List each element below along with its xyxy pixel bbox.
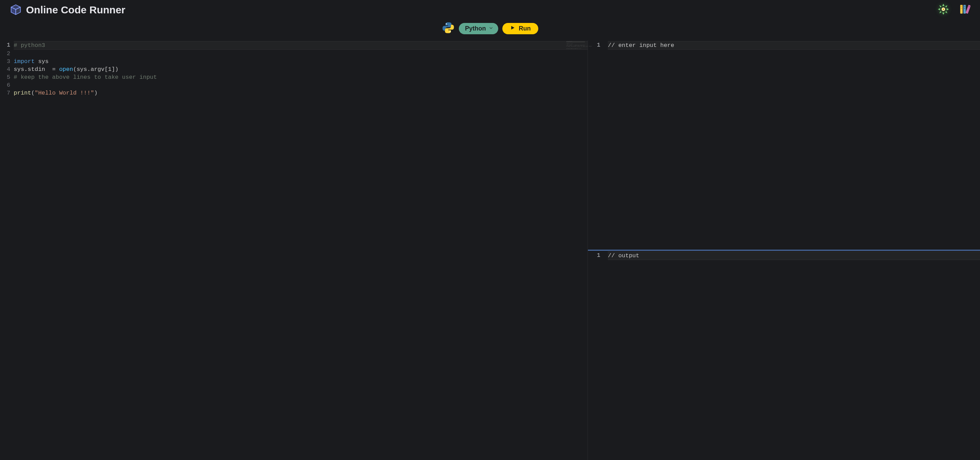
- chevron-down-icon: [488, 25, 493, 32]
- code-line: 4sys.stdin = open(sys.argv[1]): [0, 65, 588, 73]
- line-number: 1: [588, 41, 608, 50]
- code-line: 1# python3: [0, 41, 588, 50]
- line-content: # python3: [14, 41, 588, 50]
- logo-cube-icon: [10, 4, 22, 16]
- code-line: 3import sys: [0, 57, 588, 65]
- brand: Online Code Runner: [10, 4, 125, 16]
- code-line: 7print("Hello World !!!"): [0, 89, 588, 97]
- line-content: // enter input here: [608, 41, 980, 50]
- palette-icon[interactable]: [959, 3, 970, 16]
- line-number: 3: [0, 57, 14, 65]
- code-editor[interactable]: 1# python323import sys4sys.stdin = open(…: [0, 40, 588, 460]
- code-line: 1// enter input here: [588, 41, 980, 50]
- output-editor[interactable]: 1// output: [588, 250, 980, 460]
- svg-point-1: [943, 9, 944, 10]
- svg-point-10: [446, 23, 447, 24]
- line-number: 6: [0, 81, 14, 89]
- line-content: [14, 50, 588, 57]
- line-content: // output: [608, 251, 980, 260]
- line-content: [14, 81, 588, 89]
- line-content: # keep the above lines to take user inpu…: [14, 73, 588, 81]
- python-logo-icon: [442, 21, 455, 36]
- play-icon: [510, 25, 515, 32]
- run-button[interactable]: Run: [502, 23, 538, 34]
- app-title: Online Code Runner: [26, 4, 125, 16]
- svg-rect-4: [961, 8, 962, 9]
- line-number: 1: [0, 41, 14, 50]
- header: Online Code Runner: [0, 0, 980, 18]
- language-label: Python: [465, 25, 486, 32]
- theme-toggle-icon[interactable]: [937, 3, 949, 16]
- line-content: import sys: [14, 57, 588, 65]
- line-number: 4: [0, 65, 14, 73]
- line-number: 5: [0, 73, 14, 81]
- svg-rect-6: [964, 6, 965, 7]
- line-number: 2: [0, 50, 14, 57]
- svg-rect-8: [966, 5, 970, 14]
- input-editor[interactable]: 1// enter input here: [588, 40, 980, 250]
- run-label: Run: [519, 25, 531, 32]
- svg-rect-7: [964, 8, 965, 9]
- line-number: 7: [0, 89, 14, 97]
- controls-bar: Python Run: [0, 18, 980, 40]
- language-selector[interactable]: Python: [459, 23, 498, 34]
- code-line: 2: [0, 50, 588, 57]
- code-line: 5# keep the above lines to take user inp…: [0, 73, 588, 81]
- line-number: 1: [588, 251, 608, 260]
- code-line: 1// output: [588, 251, 980, 260]
- svg-rect-3: [961, 6, 962, 7]
- code-line: 6: [0, 81, 588, 89]
- svg-point-11: [450, 31, 450, 32]
- line-content: sys.stdin = open(sys.argv[1]): [14, 65, 588, 73]
- line-content: print("Hello World !!!"): [14, 89, 588, 97]
